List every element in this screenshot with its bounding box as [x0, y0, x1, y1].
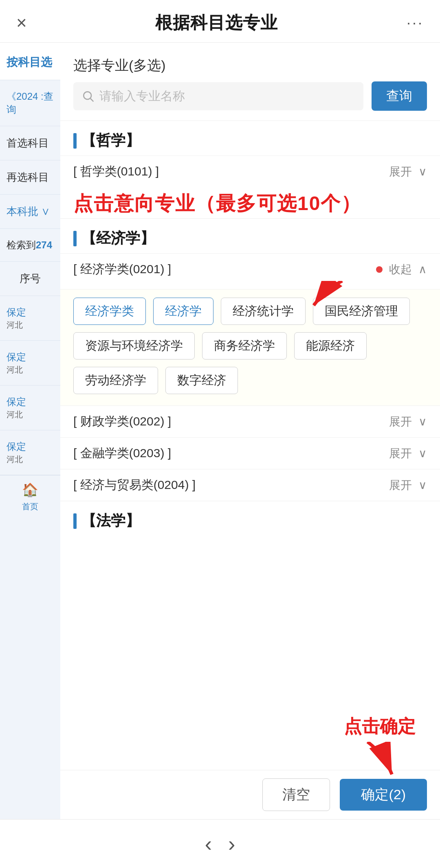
category-philosophy: 【哲学】 [ 哲学类(0101) ] 展开 ∨ — [60, 121, 440, 187]
cat-bar-philosophy — [73, 133, 77, 149]
clear-button[interactable]: 清空 — [262, 778, 330, 811]
selection-dot-0201 — [376, 266, 383, 273]
left-item-1: 《2024 :查询 — [0, 80, 60, 126]
tag-economics[interactable]: 经济学 — [153, 298, 213, 325]
subcat-right-0201[interactable]: 收起 ∧ — [376, 262, 427, 277]
category-title-law: 【法学】 — [60, 501, 440, 536]
left-item-r3: 保定河北 — [0, 386, 60, 430]
confirm-bar: 清空 确定(2) — [60, 770, 440, 819]
tag-resource-econ[interactable]: 资源与环境经济学 — [73, 332, 195, 359]
category-law: 【法学】 — [60, 501, 440, 536]
left-item-4: 本科批 ∨ — [0, 195, 60, 229]
tag-economics-stats[interactable]: 经济统计学 — [221, 298, 306, 325]
chevron-down-icon-0101: ∨ — [418, 165, 427, 178]
subcat-label-0203: [ 金融学类(0203) ] — [73, 445, 171, 462]
left-item-2: 首选科目 — [0, 126, 60, 160]
left-item-r2: 保定河北 — [0, 341, 60, 386]
search-button[interactable]: 查询 — [372, 81, 427, 111]
left-item-5: 检索到274 — [0, 229, 60, 262]
section-title: 选择专业(多选) — [60, 45, 440, 81]
confirm-button[interactable]: 确定(2) — [340, 779, 427, 811]
tag-digital-econ[interactable]: 数字经济 — [165, 367, 238, 394]
subcat-philosophy-0101[interactable]: [ 哲学类(0101) ] 展开 ∨ — [60, 156, 440, 187]
left-item-0[interactable]: 按科目选 — [0, 45, 60, 80]
subcat-trade-0204[interactable]: [ 经济与贸易类(0204) ] 展开 ∨ — [60, 469, 440, 501]
left-item-seq: 序号 — [0, 262, 60, 296]
tag-energy-econ[interactable]: 能源经济 — [294, 332, 367, 359]
chevron-down-icon-0202: ∨ — [418, 415, 427, 428]
search-input-wrap[interactable]: 请输入专业名称 — [73, 82, 363, 110]
annotation-click-text: 点击意向专业（最多可选10个） — [73, 193, 361, 214]
modal-panel: 选择专业(多选) 请输入专业名称 查询 【哲学】 [ 哲学类(0101) ] 展… — [60, 45, 440, 791]
tag-area-0201: 经济学类 经济学 经济统计学 国民经济管理 资源与环境经济学 商务经济学 能源经… — [60, 289, 440, 406]
search-icon — [81, 90, 95, 103]
left-item-3: 再选科目 — [0, 160, 60, 195]
tag-list-0201: 经济学类 经济学 经济统计学 国民经济管理 资源与环境经济学 商务经济学 能源经… — [73, 298, 427, 394]
cat-bar-law — [73, 513, 77, 529]
subcat-toggle-0203[interactable]: 展开 ∨ — [389, 446, 427, 461]
svg-point-0 — [84, 92, 91, 99]
header-title: 根据科目选专业 — [155, 11, 278, 34]
close-button[interactable]: × — [16, 14, 27, 32]
subcat-toggle-0204[interactable]: 展开 ∨ — [389, 478, 427, 493]
subcat-toggle-0101[interactable]: 展开 ∨ — [389, 164, 427, 180]
tag-labor-econ[interactable]: 劳动经济学 — [73, 367, 158, 394]
subcat-finance-0203[interactable]: [ 金融学类(0203) ] 展开 ∨ — [60, 437, 440, 469]
subcat-label-0101: [ 哲学类(0101) ] — [73, 163, 159, 180]
subcat-label-0202: [ 财政学类(0202) ] — [73, 413, 171, 430]
category-title-economics: 【经济学】 — [60, 219, 440, 253]
arrow-icon — [301, 281, 350, 313]
chevron-down-icon-0204: ∨ — [418, 478, 427, 492]
search-placeholder: 请输入专业名称 — [99, 88, 185, 105]
forward-button[interactable]: › — [228, 832, 235, 856]
tag-economics-class[interactable]: 经济学类 — [73, 298, 146, 325]
chevron-down-icon-0203: ∨ — [418, 447, 427, 460]
tag-business-econ[interactable]: 商务经济学 — [202, 332, 287, 359]
subcat-economics-0201[interactable]: [ 经济学类(0201) ] 收起 ∧ — [60, 253, 440, 285]
left-panel: 按科目选 《2024 :查询 首选科目 再选科目 本科批 ∨ 检索到274 序号… — [0, 45, 60, 819]
search-row: 请输入专业名称 查询 — [60, 81, 440, 121]
svg-line-1 — [90, 99, 93, 101]
cat-bar-economics — [73, 231, 77, 246]
chevron-up-icon-0201: ∧ — [418, 263, 427, 276]
bottom-nav-bar: ‹ › — [0, 819, 440, 868]
back-button[interactable]: ‹ — [205, 832, 212, 856]
subcat-finance-0202[interactable]: [ 财政学类(0202) ] 展开 ∨ — [60, 406, 440, 437]
subcat-label-0201: [ 经济学类(0201) ] — [73, 261, 171, 278]
more-button[interactable]: ··· — [407, 14, 424, 31]
subcat-toggle-0202[interactable]: 展开 ∨ — [389, 414, 427, 430]
category-economics: 【经济学】 [ 经济学类(0201) ] 收起 ∧ — [60, 218, 440, 501]
left-item-r4: 保定河北 — [0, 430, 60, 475]
category-title-philosophy: 【哲学】 — [60, 121, 440, 156]
subcat-label-0204: [ 经济与贸易类(0204) ] — [73, 477, 196, 493]
modal-header: × 根据科目选专业 ··· — [0, 0, 440, 43]
left-item-r1: 保定河北 — [0, 296, 60, 341]
